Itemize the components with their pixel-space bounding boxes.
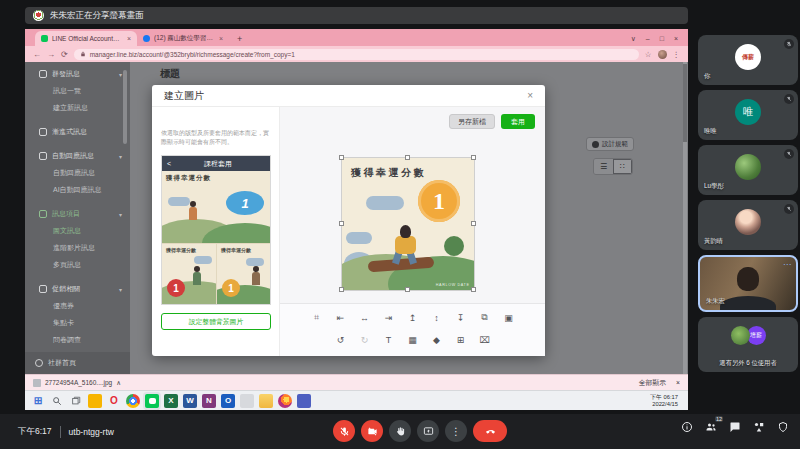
participant-tile-you[interactable]: 傳薪 你 [698,35,798,85]
file-explorer-icon[interactable] [259,394,273,408]
preview-card-right[interactable]: 獲得幸運分數 1 [216,244,270,305]
sidebar-item-rich-video[interactable]: 進階影片訊息 [53,242,122,254]
align-bottom-icon[interactable]: ↧ [454,311,467,324]
sidebar-scrollbar[interactable] [123,70,127,144]
firefox-icon[interactable] [278,394,292,408]
participant-tile-presenter[interactable]: ⋯ 朱朱宏 [698,255,798,312]
selection-handle[interactable] [471,155,476,160]
preview-card-top[interactable]: 獲得幸運分數 1 [162,171,270,244]
new-tab-button[interactable]: + [237,34,242,44]
sidebar-item-promotions[interactable]: 促銷相關▾ [39,283,122,295]
design-guide-button[interactable]: 設計規範 [586,137,634,151]
delete-icon[interactable]: ⌧ [478,333,491,346]
sidebar-item-rich-message[interactable]: 圖文訊息 [53,225,122,237]
selection-handle[interactable] [471,287,476,292]
bookmark-star-icon[interactable]: ☆ [645,50,652,59]
grid-view-icon[interactable]: ∷ [613,159,632,174]
duplicate-icon[interactable]: ⧉ [478,311,491,324]
address-bar[interactable]: manager.line.biz/account/@352brybi/richm… [74,49,639,60]
onenote-icon[interactable]: N [202,394,216,408]
selection-handle[interactable] [405,155,410,160]
tile-menu-icon[interactable]: ⋯ [783,260,792,269]
show-all-downloads-button[interactable]: 全部顯示 [639,378,666,388]
participant-tile-wei[interactable]: 唯 唯唯 [698,90,798,140]
close-button[interactable]: × [674,35,678,43]
participant-tile-overflow[interactable]: 培薪 還有另外 6 位使用者 [698,317,798,372]
mic-off-button[interactable] [333,420,355,442]
teams-icon[interactable] [297,394,311,408]
more-options-button[interactable]: ⋮ [445,420,467,442]
editor-canvas-image[interactable]: 獲得幸運分數 1 HARLOW DATE [342,158,474,290]
word-icon[interactable]: W [183,394,197,408]
grid-tool-icon[interactable]: ⊞ [454,333,467,346]
align-left-icon[interactable]: ⇤ [334,311,347,324]
sidebar-item-message-items[interactable]: 訊息項目▾ [39,208,122,220]
image-tool-icon[interactable]: ▦ [406,333,419,346]
selection-handle[interactable] [339,155,344,160]
layers-icon[interactable]: ▣ [502,311,515,324]
participant-tile-lu[interactable]: Lu學彤 [698,145,798,195]
set-background-button[interactable]: 設定整體背景圖片 [161,313,271,330]
crop-icon[interactable]: ⌗ [310,311,323,324]
host-controls-icon[interactable] [776,420,790,434]
text-tool-icon[interactable]: T [382,333,395,346]
taskbar-app-gray[interactable] [240,394,254,408]
participants-icon[interactable]: 12 [704,420,718,434]
sidebar-item-broadcast[interactable]: 群發訊息▾ [39,68,122,80]
page-scrollbar[interactable] [683,62,687,374]
list-view-icon[interactable]: ☰ [594,159,613,174]
sidebar-item-survey[interactable]: 問卷調查 [53,334,122,346]
raise-hand-button[interactable] [389,420,411,442]
sidebar-item-message-list[interactable]: 訊息一覽 [53,85,122,97]
download-expand-icon[interactable]: ∧ [116,379,121,387]
participant-tile-huang[interactable]: 黃韵晴 [698,200,798,250]
tab-facebook[interactable]: (12) 霧山數位學習中心-課程 × [137,31,229,46]
undo-icon[interactable]: ↺ [334,333,347,346]
tab-close-icon[interactable]: × [219,35,223,42]
activities-icon[interactable] [752,420,766,434]
task-view-icon[interactable] [69,394,83,408]
sidebar-item-new-message[interactable]: 建立新訊息 [53,102,122,114]
sidebar-item-step-message[interactable]: 漸進式訊息 [39,126,122,138]
outlook-icon[interactable]: O [221,394,235,408]
sidebar-item-ai-auto-reply[interactable]: AI自動回應訊息 [53,184,122,196]
camera-off-button[interactable] [361,420,383,442]
modal-close-icon[interactable]: × [527,90,533,101]
line-app-icon[interactable] [145,394,159,408]
leave-call-button[interactable] [473,420,507,442]
align-middle-vertical-icon[interactable]: ↕ [430,311,443,324]
selection-handle[interactable] [339,287,344,292]
meeting-details-icon[interactable] [680,420,694,434]
fill-color-icon[interactable]: ◆ [430,333,443,346]
present-screen-button[interactable] [417,420,439,442]
align-top-icon[interactable]: ↥ [406,311,419,324]
save-as-button[interactable]: 另存新檔 [449,114,495,129]
taskbar-app-yellow[interactable] [88,394,102,408]
tab-close-icon[interactable]: × [127,35,131,42]
sidebar-item-reward-card[interactable]: 集點卡 [53,317,122,329]
sidebar-item-card-message[interactable]: 多頁訊息 [53,259,122,271]
selection-handle[interactable] [405,287,410,292]
align-center-horizontal-icon[interactable]: ↔ [358,311,371,324]
selection-handle[interactable] [471,221,476,226]
browser-menu-icon[interactable]: ∨ [631,35,636,43]
apply-button[interactable]: 套用 [501,114,535,129]
align-right-icon[interactable]: ⇥ [382,311,395,324]
chrome-icon[interactable] [126,394,140,408]
sidebar-item-coupon[interactable]: 優惠券 [53,300,122,312]
start-button[interactable]: ⊞ [31,394,45,408]
browser-more-icon[interactable]: ⋮ [673,50,681,59]
back-icon[interactable]: ← [33,50,41,59]
taskbar-clock[interactable]: 下午 06:17 2022/4/15 [650,394,682,408]
search-icon[interactable] [50,394,64,408]
reload-icon[interactable]: ⟳ [61,50,68,59]
opera-icon[interactable]: O [107,394,121,408]
download-item[interactable]: 27724954A_5160....jpg ∧ [33,379,121,387]
selection-handle[interactable] [339,221,344,226]
sidebar-item-auto-reply-msg[interactable]: 自動回應訊息 [53,167,122,179]
forward-icon[interactable]: → [47,50,55,59]
tab-line-manager[interactable]: LINE Official Account Manager × [35,31,137,46]
profile-avatar[interactable] [658,50,667,59]
chat-icon[interactable] [728,420,742,434]
sidebar-item-auto-reply[interactable]: 自動回應訊息▾ [39,150,122,162]
